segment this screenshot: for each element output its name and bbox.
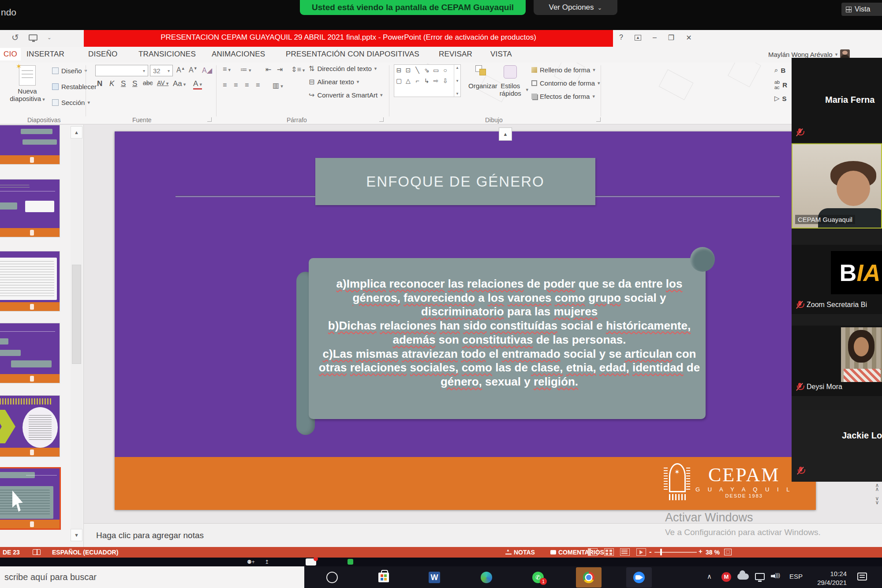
shape-outline-button[interactable]: Contorno de forma [531, 79, 600, 87]
language-button[interactable]: ESPAÑOL (ECUADOR) [52, 549, 118, 556]
zoom-in-button[interactable]: + [699, 547, 703, 555]
zoom-level[interactable]: 38 % [706, 549, 720, 556]
minimize-button[interactable]: – [653, 34, 657, 41]
align-right-icon[interactable]: ≡ [245, 81, 249, 89]
slide-thumbnail[interactable] [0, 396, 60, 457]
line-spacing-icon[interactable]: ⇕≡ [291, 65, 305, 74]
bullets-icon[interactable]: ≡ [223, 65, 231, 73]
new-slide-button[interactable]: Nueva diapositiva [7, 64, 48, 115]
customize-qat-icon[interactable]: ⌄ [47, 34, 52, 41]
tab-diseno[interactable]: DISEÑO [88, 50, 117, 59]
participant-tile[interactable]: Deysi Mora [792, 326, 882, 396]
participant-tile[interactable]: Maria Ferna [792, 58, 882, 142]
font-name-combo[interactable] [95, 65, 148, 76]
notes-button[interactable]: NOTAS [505, 549, 535, 556]
fit-to-window-button[interactable] [724, 549, 732, 555]
oval-shape-icon[interactable]: ○ [441, 65, 450, 75]
spellcheck-icon[interactable] [33, 549, 41, 555]
align-text-button[interactable]: ⊟Alinear texto [309, 78, 359, 86]
align-left-icon[interactable]: ≡ [223, 81, 227, 89]
underline-button[interactable]: S [121, 79, 126, 88]
help-button[interactable]: ? [619, 34, 623, 41]
numbering-icon[interactable]: ≔ [240, 65, 251, 74]
char-spacing-button[interactable]: AV [157, 79, 168, 86]
network-icon[interactable] [755, 573, 765, 580]
action-center-icon[interactable] [857, 573, 867, 581]
italic-button[interactable]: K [109, 79, 114, 88]
tab-insertar[interactable]: INSERTAR [26, 50, 64, 59]
slide-thumbnail-selected[interactable] [0, 468, 60, 528]
shadow-button[interactable]: S [132, 79, 137, 88]
align-center-icon[interactable]: ≡ [234, 81, 238, 89]
shapes-gallery[interactable]: ⊟⊡╲⇘▭○ ▢△⌐↳⇨⇩ ▲▼▼ [394, 64, 461, 97]
speaker-icon[interactable] [771, 573, 780, 580]
ribbon-options-button[interactable]: ▲ [635, 35, 641, 41]
tab-vista[interactable]: VISTA [490, 50, 512, 59]
slide-counter[interactable]: DE 23 [3, 549, 20, 556]
scrollbar-up-button[interactable]: ▲ [499, 127, 512, 141]
select-button[interactable]: ▷S [774, 94, 787, 102]
tab-inicio[interactable]: CIO [0, 48, 21, 60]
participant-tile[interactable]: BIA Zoom Secretaria Bi [792, 245, 882, 314]
slideshow-button[interactable] [636, 548, 646, 556]
slide-thumbnail[interactable] [0, 125, 60, 164]
shape-fill-button[interactable]: Relleno de forma [531, 66, 595, 74]
down-arrow-shape-icon[interactable]: ⇩ [441, 75, 450, 86]
vista-button[interactable]: Vista [841, 3, 882, 16]
find-button[interactable]: ⌕B [774, 66, 785, 74]
clear-format-icon[interactable]: A◢ [202, 66, 212, 75]
rounded-rectangle-shape-icon[interactable]: ▢ [394, 75, 404, 86]
increase-indent-icon[interactable]: ⇥ [277, 65, 283, 74]
shape-effects-button[interactable]: Efectos de forma [531, 93, 595, 100]
tab-presentacion[interactable]: PRESENTACIÓN CON DIAPOSITIVAS [286, 50, 419, 59]
shrink-font-icon[interactable]: A▼ [189, 66, 198, 74]
participants-scroll-up[interactable]: ∧ ∧ [872, 483, 882, 491]
font-size-combo[interactable]: 32 [150, 65, 173, 76]
justify-icon[interactable]: ≡ [256, 81, 260, 89]
quick-styles-button[interactable]: Estilos rápidos [497, 82, 528, 97]
onedrive-icon[interactable] [737, 571, 749, 580]
participant-tile-active[interactable]: CEPAM Guayaquil [792, 143, 882, 228]
slide-body[interactable]: a)Implica reconocer las relaciones de po… [315, 277, 703, 389]
undo-icon[interactable]: ↺ [11, 32, 19, 43]
triangle-shape-icon[interactable]: △ [404, 75, 413, 86]
tab-transiciones[interactable]: TRANSICIONES [138, 50, 196, 59]
participants-scroll-down[interactable]: ∨ ∨ [872, 497, 882, 505]
zoom-slider-thumb[interactable] [660, 549, 662, 555]
slideshow-qat-icon[interactable] [29, 34, 37, 41]
clock[interactable]: 10:24 29/4/2021 [811, 569, 847, 587]
section-button[interactable]: Sección [52, 99, 90, 106]
replace-button[interactable]: abacR [774, 79, 787, 90]
bold-button[interactable]: N [97, 79, 102, 88]
view-options-button[interactable]: Ver Opciones ⌄ [534, 0, 617, 15]
line-shape-icon[interactable]: ╲ [413, 65, 422, 75]
keyboard-language[interactable]: ESP [789, 573, 803, 580]
change-case-button[interactable]: Aa [173, 79, 186, 88]
text-box-shape-icon[interactable]: ⊟ [394, 65, 404, 75]
participant-tile[interactable]: Jackie Lo [792, 410, 882, 481]
zoom-out-button[interactable]: - [649, 547, 652, 556]
shapes-gallery-scrollbar[interactable]: ▲▼▼ [454, 65, 460, 97]
rectangle-shape-icon[interactable]: ▭ [431, 65, 441, 75]
close-button[interactable]: ✕ [686, 34, 691, 42]
tab-animaciones[interactable]: ANIMACIONES [212, 50, 265, 59]
arrow-shape-icon[interactable]: ⇘ [422, 65, 431, 75]
columns-icon[interactable]: ▥ [273, 81, 283, 90]
slide-thumbnail[interactable] [0, 180, 60, 237]
font-color-button[interactable]: A [193, 79, 202, 90]
tray-expand-icon[interactable]: ∧ [707, 573, 712, 581]
text-direction-button[interactable]: ⇅Dirección del texto [309, 64, 377, 73]
slide-title-box[interactable]: ENFOQUE DE GÉNERO [315, 158, 595, 205]
slide-sorter-button[interactable] [604, 548, 614, 556]
elbow-connector-shape-icon[interactable]: ⌐ [413, 75, 422, 86]
thumbnail-scroll-down[interactable]: ▼ [71, 529, 82, 541]
vertical-text-box-shape-icon[interactable]: ⊡ [404, 65, 413, 75]
thumbnail-scroll-up[interactable]: ▲ [71, 126, 82, 139]
slide-thumbnail[interactable] [0, 323, 60, 383]
normal-view-button[interactable] [588, 548, 598, 556]
reading-view-button[interactable] [620, 548, 630, 556]
tab-revisar[interactable]: REVISAR [439, 50, 472, 59]
decrease-indent-icon[interactable]: ⇤ [265, 65, 271, 74]
smartart-button[interactable]: ↪Convertir a SmartArt [309, 91, 383, 99]
strikethrough-button[interactable]: abc [143, 79, 153, 86]
